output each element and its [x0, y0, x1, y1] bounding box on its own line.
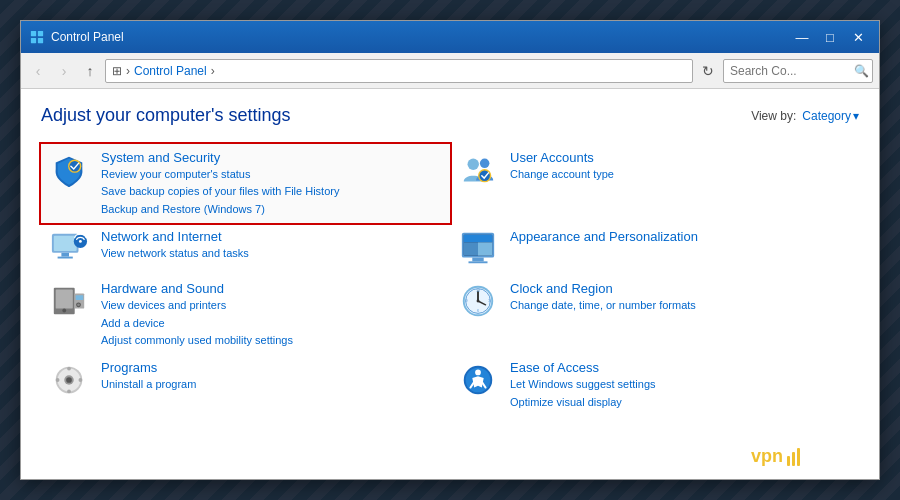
svg-text:6: 6	[477, 310, 479, 314]
svg-point-26	[62, 309, 66, 313]
breadcrumb-end-separator: ›	[211, 64, 215, 78]
hardware-sound-sub3[interactable]: Adjust commonly used mobility settings	[101, 333, 293, 348]
system-security-text: System and Security Review your computer…	[101, 150, 339, 217]
system-security-sub3[interactable]: Backup and Restore (Windows 7)	[101, 202, 339, 217]
ease-access-sub2[interactable]: Optimize visual display	[510, 395, 656, 410]
close-button[interactable]: ✕	[845, 27, 871, 47]
svg-rect-20	[464, 243, 478, 256]
ease-access-title[interactable]: Ease of Access	[510, 360, 656, 375]
user-accounts-icon	[458, 150, 498, 190]
svg-rect-13	[61, 253, 69, 257]
svg-point-45	[67, 367, 71, 371]
appearance-text: Appearance and Personalization	[510, 229, 698, 244]
svg-rect-22	[472, 258, 483, 262]
view-by-control: View by: Category ▾	[751, 109, 859, 123]
refresh-button[interactable]: ↻	[697, 60, 719, 82]
appearance-icon	[458, 229, 498, 269]
ease-access-sub1[interactable]: Let Windows suggest settings	[510, 377, 656, 392]
svg-rect-23	[469, 262, 488, 264]
category-user-accounts: User Accounts Change account type	[450, 144, 859, 223]
svg-rect-12	[54, 236, 77, 251]
clock-region-sub1[interactable]: Change date, time, or number formats	[510, 298, 696, 313]
view-by-value: Category	[802, 109, 851, 123]
vpn-central-watermark: vpn central	[751, 446, 863, 467]
category-clock-region: 6 12 3 9 Clock and Region Change date, t…	[450, 275, 859, 354]
up-button[interactable]: ↑	[79, 60, 101, 82]
hardware-sound-text: Hardware and Sound View devices and prin…	[101, 281, 293, 348]
svg-text:9: 9	[466, 299, 468, 303]
svg-point-44	[66, 377, 72, 383]
user-accounts-text: User Accounts Change account type	[510, 150, 614, 182]
network-internet-sub1[interactable]: View network status and tasks	[101, 246, 249, 261]
search-wrapper: 🔍	[723, 59, 873, 83]
navigation-bar: ‹ › ↑ ⊞ › Control Panel › ↻ 🔍	[21, 53, 879, 89]
appearance-title[interactable]: Appearance and Personalization	[510, 229, 698, 244]
svg-text:12: 12	[476, 289, 480, 293]
hardware-sound-title[interactable]: Hardware and Sound	[101, 281, 293, 296]
programs-sub1[interactable]: Uninstall a program	[101, 377, 196, 392]
svg-point-8	[480, 159, 490, 169]
watermark-central-text: central	[804, 446, 863, 467]
svg-rect-1	[38, 31, 43, 36]
system-security-icon	[49, 150, 89, 190]
hardware-sound-sub2[interactable]: Add a device	[101, 316, 293, 331]
ease-access-icon	[458, 360, 498, 400]
system-security-title[interactable]: System and Security	[101, 150, 339, 165]
chevron-down-icon: ▾	[853, 109, 859, 123]
user-accounts-title[interactable]: User Accounts	[510, 150, 614, 165]
categories-grid: System and Security Review your computer…	[41, 144, 859, 416]
search-icon: 🔍	[854, 64, 869, 78]
forward-button[interactable]: ›	[53, 60, 75, 82]
svg-point-46	[67, 390, 71, 394]
page-title: Adjust your computer's settings	[41, 105, 291, 126]
view-by-label: View by:	[751, 109, 796, 123]
network-internet-text: Network and Internet View network status…	[101, 229, 249, 261]
hardware-sound-sub1[interactable]: View devices and printers	[101, 298, 293, 313]
svg-point-16	[79, 240, 82, 243]
category-programs: Programs Uninstall a program	[41, 354, 450, 416]
category-appearance: Appearance and Personalization	[450, 223, 859, 275]
watermark-vpn-text: vpn	[751, 446, 783, 467]
user-accounts-sub1[interactable]: Change account type	[510, 167, 614, 182]
breadcrumb-icon: ⊞	[112, 64, 122, 78]
clock-region-icon: 6 12 3 9	[458, 281, 498, 321]
system-security-sub1[interactable]: Review your computer's status	[101, 167, 339, 182]
clock-region-text: Clock and Region Change date, time, or n…	[510, 281, 696, 313]
title-bar: Control Panel — □ ✕	[21, 21, 879, 53]
svg-rect-14	[58, 257, 73, 259]
ease-access-text: Ease of Access Let Windows suggest setti…	[510, 360, 656, 410]
minimize-button[interactable]: —	[789, 27, 815, 47]
watermark-bar-icon	[787, 448, 800, 466]
category-ease-access: Ease of Access Let Windows suggest setti…	[450, 354, 859, 416]
svg-point-30	[77, 304, 80, 307]
svg-point-36	[477, 300, 480, 303]
system-security-sub2[interactable]: Save backup copies of your files with Fi…	[101, 184, 339, 199]
svg-rect-2	[31, 38, 36, 43]
svg-point-10	[479, 170, 489, 180]
programs-title[interactable]: Programs	[101, 360, 196, 375]
svg-rect-3	[38, 38, 43, 43]
window-title: Control Panel	[51, 30, 789, 44]
svg-point-7	[468, 159, 479, 170]
clock-region-title[interactable]: Clock and Region	[510, 281, 696, 296]
search-input[interactable]	[723, 59, 873, 83]
svg-point-48	[79, 378, 83, 382]
svg-rect-0	[31, 31, 36, 36]
svg-rect-28	[76, 295, 84, 300]
programs-icon	[49, 360, 89, 400]
svg-rect-19	[464, 235, 493, 243]
svg-text:3: 3	[488, 299, 490, 303]
svg-rect-21	[478, 243, 492, 256]
window-icon	[29, 29, 45, 45]
breadcrumb-control-panel[interactable]: Control Panel	[134, 64, 207, 78]
control-panel-window: Control Panel — □ ✕ ‹ › ↑ ⊞ › Control Pa…	[20, 20, 880, 480]
network-internet-title[interactable]: Network and Internet	[101, 229, 249, 244]
svg-point-47	[56, 378, 60, 382]
hardware-sound-icon	[49, 281, 89, 321]
category-system-security: System and Security Review your computer…	[39, 142, 452, 225]
maximize-button[interactable]: □	[817, 27, 843, 47]
back-button[interactable]: ‹	[27, 60, 49, 82]
category-hardware-sound: Hardware and Sound View devices and prin…	[41, 275, 450, 354]
svg-point-51	[475, 370, 481, 376]
view-by-dropdown[interactable]: Category ▾	[802, 109, 859, 123]
